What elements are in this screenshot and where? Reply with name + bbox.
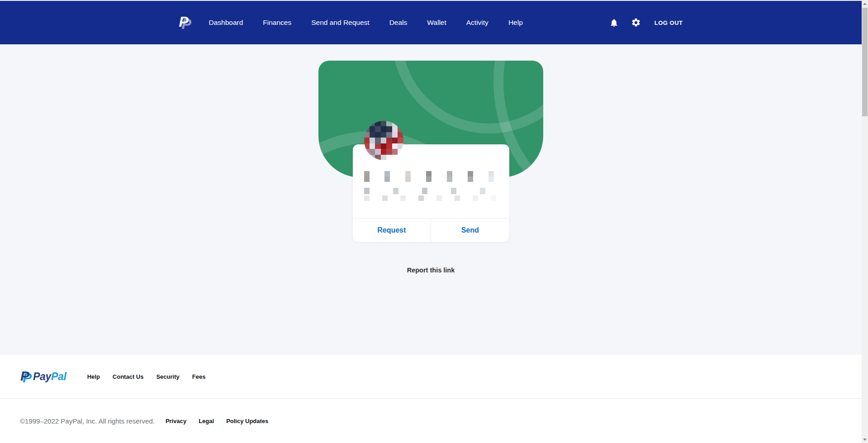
report-this-link[interactable]: Report this link xyxy=(407,267,455,274)
paypal-footer-monogram: P P xyxy=(20,368,32,385)
nav-item-activity[interactable]: Activity xyxy=(466,19,489,27)
navbar-right: LOG OUT xyxy=(608,17,683,29)
nav-item-finances[interactable]: Finances xyxy=(263,19,291,27)
navbar-inner: P P Dashboard Finances Send and Request … xyxy=(179,1,683,44)
scrollbar-up-arrow[interactable] xyxy=(862,0,868,7)
nav-item-deals[interactable]: Deals xyxy=(389,19,408,27)
footer-link-legal[interactable]: Legal xyxy=(199,418,214,424)
log-out-button[interactable]: LOG OUT xyxy=(655,19,683,26)
footer-link-contact-us[interactable]: Contact Us xyxy=(113,373,144,380)
footer-link-policy-updates[interactable]: Policy Updates xyxy=(226,418,268,424)
nav-item-wallet[interactable]: Wallet xyxy=(427,19,446,27)
scrollbar-thumb[interactable] xyxy=(862,8,868,116)
footer-legal: ©1999–2022 PayPal, Inc. All rights reser… xyxy=(0,398,862,443)
paypal-wordmark: PayPal xyxy=(33,371,66,383)
paypal-profile-page: P P Dashboard Finances Send and Request … xyxy=(0,0,862,443)
wordmark-pay: Pay xyxy=(33,371,51,382)
footer-logo-front-p: P xyxy=(20,369,29,383)
footer-link-privacy[interactable]: Privacy xyxy=(166,418,186,424)
scrollbar-down-arrow[interactable] xyxy=(862,436,868,443)
send-button[interactable]: Send xyxy=(431,219,509,242)
gear-icon[interactable] xyxy=(630,17,642,29)
nav-item-help[interactable]: Help xyxy=(508,19,523,27)
legal-links: Privacy Legal Policy Updates xyxy=(166,418,268,424)
top-navbar: P P Dashboard Finances Send and Request … xyxy=(0,1,862,44)
vertical-scrollbar xyxy=(862,0,868,443)
paypal-logo-front-p: P xyxy=(179,14,189,29)
paypal-footer-logo[interactable]: P P PayPal xyxy=(20,368,66,385)
copyright-text: ©1999–2022 PayPal, Inc. All rights reser… xyxy=(20,417,155,425)
footer-links: Help Contact Us Security Fees xyxy=(87,373,206,380)
blurred-profile-handle xyxy=(364,188,509,194)
bell-icon[interactable] xyxy=(608,17,620,29)
footer-link-security[interactable]: Security xyxy=(156,373,179,380)
nav-item-dashboard[interactable]: Dashboard xyxy=(209,19,243,27)
request-button[interactable]: Request xyxy=(353,219,431,242)
paypal-logo[interactable]: P P xyxy=(179,14,193,32)
main-content: Request Send Report this link xyxy=(0,44,862,355)
avatar xyxy=(364,121,403,160)
wordmark-pal: Pal xyxy=(51,371,66,382)
profile-card-actions: Request Send xyxy=(353,218,509,242)
blurred-profile-name xyxy=(364,171,509,182)
footer-link-fees[interactable]: Fees xyxy=(192,373,206,380)
blurred-profile-link xyxy=(364,195,509,201)
nav-item-send-and-request[interactable]: Send and Request xyxy=(311,19,369,27)
profile-card: Request Send xyxy=(353,144,509,242)
footer-link-help[interactable]: Help xyxy=(87,373,100,380)
nav-menu: Dashboard Finances Send and Request Deal… xyxy=(209,19,523,27)
footer-primary: P P PayPal Help Contact Us Security Fees xyxy=(0,355,862,398)
